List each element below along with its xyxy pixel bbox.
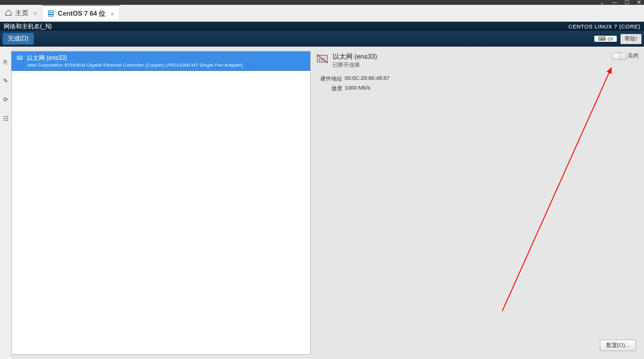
kv-speed: 速度 1000 Mb/s — [317, 85, 640, 93]
keyboard-icon: ⌨ — [598, 36, 606, 42]
connection-toggle[interactable]: 关闭 — [612, 52, 639, 60]
nic-item-name: 以太网 (ens33) — [27, 54, 67, 62]
svg-rect-0 — [48, 10, 53, 12]
header-band: 网络和主机名(_N) CENTOS LINUX 7 (CORE) — [0, 22, 644, 31]
window-maximize-button[interactable]: ☐ — [625, 0, 629, 5]
content-area: ⎘ ✎ ⟳ ☷ 以太网 (ens33) Intel Corporation 82… — [0, 47, 644, 359]
page-title: 网络和主机名(_N) — [4, 22, 51, 31]
svg-rect-6 — [21, 57, 21, 59]
nic-list-panel: 以太网 (ens33) Intel Corporation 82545EM Gi… — [11, 51, 311, 355]
svg-rect-2 — [48, 15, 53, 16]
detail-title: 以太网 (ens33) — [333, 52, 377, 61]
tabs-bar: 主页 × CentOS 7 64 位 × — [0, 5, 644, 22]
nic-item-desc: Intel Corporation 82545EM Gigabit Ethern… — [16, 62, 305, 68]
help-button[interactable]: 帮助! — [620, 34, 642, 44]
nic-list-item-ens33[interactable]: 以太网 (ens33) Intel Corporation 82545EM Gi… — [12, 51, 310, 71]
tab-vm-close-icon[interactable]: × — [110, 10, 114, 18]
svg-rect-5 — [19, 57, 20, 59]
tab-vm[interactable]: CentOS 7 64 位 × — [42, 5, 119, 21]
nic-detail-panel: 以太网 (ens33) 已断开连接 硬件地址 00:0C:29:86:48:87… — [314, 51, 640, 355]
gutter-tool-2[interactable]: ✎ — [3, 77, 8, 84]
tab-vm-label: CentOS 7 64 位 — [58, 9, 105, 18]
speed-value: 1000 Mb/s — [345, 85, 370, 93]
tab-home[interactable]: 主页 × — [0, 5, 42, 21]
tab-home-label: 主页 — [15, 8, 28, 18]
toggle-knob — [620, 53, 626, 59]
window-minimize-button[interactable]: — — [612, 0, 617, 5]
left-gutter: ⎘ ✎ ⟳ ☷ — [0, 47, 11, 359]
ethernet-icon — [16, 54, 23, 62]
annotation-arrow — [490, 63, 623, 317]
svg-line-8 — [502, 68, 611, 311]
window-dropdown-icon[interactable]: ⌄ — [600, 0, 605, 5]
toggle-label: 关闭 — [628, 52, 639, 60]
done-button[interactable]: 完成(D) — [2, 33, 34, 45]
configure-button[interactable]: 配置(O)... — [600, 340, 637, 351]
vm-stack-icon — [47, 10, 55, 18]
speed-label: 速度 — [317, 85, 342, 93]
toggle-track[interactable] — [612, 53, 626, 60]
window-close-button[interactable]: ✕ — [637, 0, 642, 5]
gutter-tool-4[interactable]: ☷ — [3, 115, 8, 122]
tab-home-close-icon[interactable]: × — [33, 10, 37, 17]
brand-label: CENTOS LINUX 7 (CORE) — [568, 24, 640, 30]
window-titlebar: ⌄ — ☐ ✕ — [0, 0, 644, 5]
svg-rect-4 — [18, 57, 19, 59]
hwaddr-label: 硬件地址 — [317, 75, 342, 83]
detail-kv-block: 硬件地址 00:0C:29:86:48:87 速度 1000 Mb/s — [314, 75, 640, 93]
ime-label: cn — [608, 36, 614, 42]
kv-hwaddr: 硬件地址 00:0C:29:86:48:87 — [317, 75, 640, 83]
hwaddr-value: 00:0C:29:86:48:87 — [345, 75, 390, 83]
svg-rect-1 — [48, 13, 53, 15]
ime-badge[interactable]: ⌨ cn — [594, 36, 617, 42]
detail-header: 以太网 (ens33) 已断开连接 — [314, 51, 640, 73]
sub-band: 完成(D) ⌨ cn 帮助! — [0, 31, 644, 47]
home-icon — [5, 9, 12, 18]
gutter-tool-3[interactable]: ⟳ — [3, 96, 8, 103]
detail-status: 已断开连接 — [333, 61, 377, 69]
gutter-tool-1[interactable]: ⎘ — [4, 59, 7, 65]
ethernet-large-icon — [316, 52, 329, 65]
subband-right-controls: ⌨ cn 帮助! — [594, 34, 642, 44]
